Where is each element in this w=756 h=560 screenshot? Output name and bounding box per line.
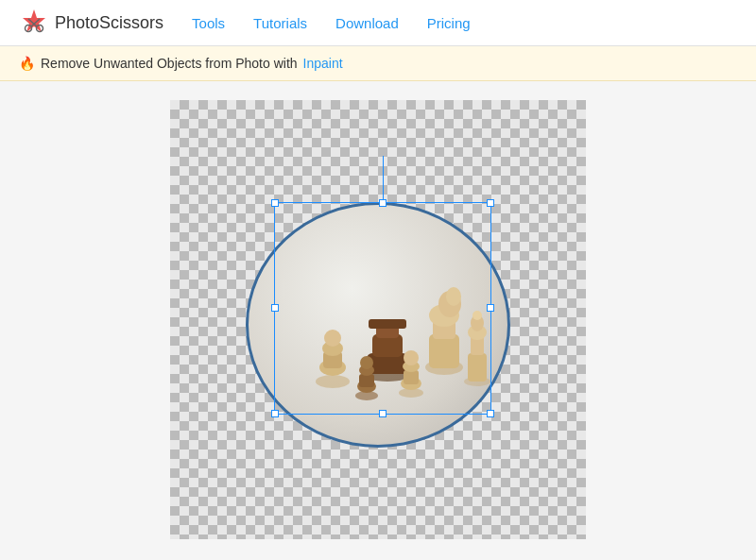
app-name-label: PhotoScissors bbox=[55, 13, 163, 33]
banner-fire-icon: 🔥 bbox=[19, 56, 35, 71]
anchor-line bbox=[383, 156, 384, 203]
canvas-area[interactable] bbox=[170, 100, 586, 539]
logo-icon bbox=[19, 8, 49, 38]
chess-pieces-svg bbox=[265, 221, 510, 429]
handle-top-left[interactable] bbox=[271, 199, 279, 207]
svg-point-31 bbox=[404, 350, 419, 365]
logo-area[interactable]: PhotoScissors bbox=[19, 8, 163, 38]
svg-rect-29 bbox=[404, 370, 419, 384]
main-nav: Tools Tutorials Download Pricing bbox=[192, 15, 471, 31]
banner-inpaint-link[interactable]: Inpaint bbox=[303, 56, 343, 71]
promo-banner: 🔥 Remove Unwanted Objects from Photo wit… bbox=[0, 46, 756, 81]
nav-tools[interactable]: Tools bbox=[192, 15, 225, 31]
svg-point-37 bbox=[472, 311, 482, 320]
svg-rect-33 bbox=[468, 353, 487, 382]
main-content bbox=[0, 81, 756, 558]
banner-text: Remove Unwanted Objects from Photo with bbox=[41, 56, 298, 71]
svg-point-21 bbox=[446, 287, 461, 306]
svg-point-11 bbox=[316, 375, 350, 388]
nav-download[interactable]: Download bbox=[335, 15, 399, 31]
svg-point-26 bbox=[360, 356, 373, 369]
image-area bbox=[227, 169, 529, 471]
header: PhotoScissors Tools Tutorials Download P… bbox=[0, 0, 756, 46]
svg-rect-17 bbox=[429, 334, 459, 368]
svg-rect-10 bbox=[369, 319, 406, 329]
handle-top-right[interactable] bbox=[487, 199, 494, 207]
svg-point-15 bbox=[324, 330, 341, 347]
svg-rect-24 bbox=[359, 374, 374, 387]
nav-tutorials[interactable]: Tutorials bbox=[253, 15, 307, 31]
nav-pricing[interactable]: Pricing bbox=[427, 15, 471, 31]
